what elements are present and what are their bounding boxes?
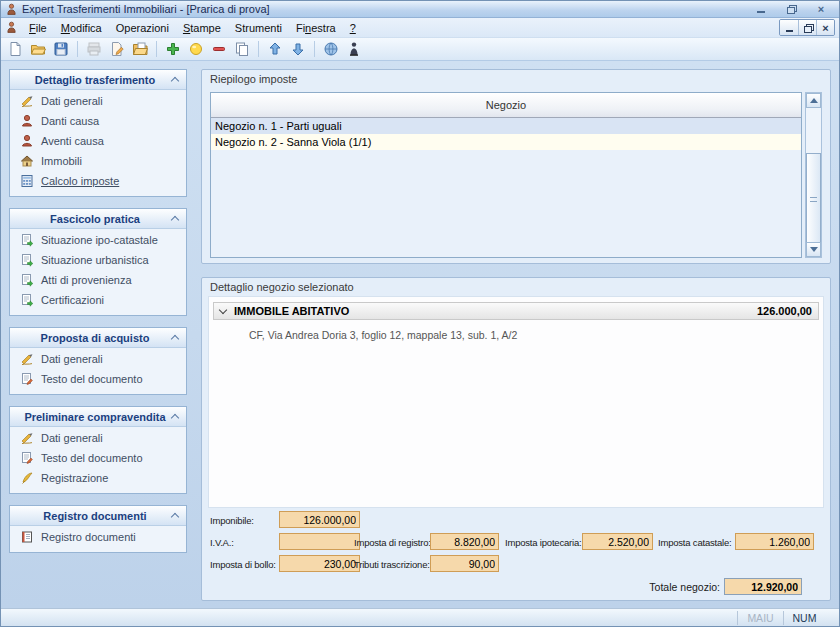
modify-button[interactable] [186,39,206,59]
panel-header-registro-documenti[interactable]: Registro documenti [10,506,186,526]
sidebar-item-certificazioni[interactable]: Certificazioni [10,291,186,309]
sidebar-item-dati-generali[interactable]: Dati generali [10,92,186,110]
triangle-down-icon [810,247,818,252]
minimize-button[interactable] [753,3,769,15]
menu-modifica[interactable]: Modifica [54,20,109,36]
group-label-riepilogo: Riepilogo imposte [210,73,297,85]
mdi-restore-button[interactable] [798,20,816,35]
close-icon: × [818,4,824,14]
open-folder-button[interactable] [28,39,48,59]
sidebar-item-preliminare-testo-documento[interactable]: Testo del documento [10,449,186,467]
imposta-registro-field[interactable] [430,533,499,550]
immobile-title: IMMOBILE ABITATIVO [234,305,349,317]
imposta-catastale-field[interactable] [735,533,814,550]
restore-icon [804,24,812,32]
folder-document-button[interactable] [130,39,150,59]
totale-negozio-field[interactable] [724,578,802,595]
move-up-button[interactable] [265,39,285,59]
chevron-up-icon [171,414,179,422]
sidebar: Dettaglio trasferimento Dati generali Da… [9,69,187,564]
pen-icon [20,94,34,108]
imposta-ipotecaria-label: Imposta ipotecaria: [505,534,581,551]
menu-operazioni[interactable]: Operazioni [109,20,176,36]
panel-preliminare-compravendita: Preliminare compravendita Dati generali … [9,406,187,494]
imponibile-label: Imponibile: [210,512,254,529]
panel-header-proposta-di-acquisto[interactable]: Proposta di acquisto [10,328,186,348]
sidebar-item-registro-documenti[interactable]: Registro documenti [10,528,186,546]
status-main-segment [1,611,737,625]
close-button[interactable]: × [813,3,829,15]
print-icon [86,41,102,57]
sidebar-item-danti-causa[interactable]: Danti causa [10,112,186,130]
scroll-down-button[interactable] [806,242,821,257]
new-document-button[interactable] [5,39,25,59]
sidebar-item-preliminare-dati-generali[interactable]: Dati generali [10,429,186,447]
status-bar: MAIU NUM [1,608,839,626]
panel-header-dettaglio-trasferimento[interactable]: Dettaglio trasferimento [10,70,186,90]
table-row[interactable]: Negozio n. 1 - Parti uguali [211,118,801,134]
riepilogo-imposte-group: Riepilogo imposte Negozio Negozio n. 1 -… [201,69,831,264]
modify-icon [188,41,204,57]
mdi-close-button[interactable]: × [816,20,834,35]
menu-stampe[interactable]: Stampe [176,20,228,36]
imponibile-field[interactable] [279,511,360,528]
copy-button[interactable] [232,39,252,59]
menu-strumenti[interactable]: Strumenti [228,20,289,36]
totale-negozio-label: Totale negozio: [622,579,720,596]
immobile-amount: 126.000,00 [757,305,812,317]
toolbar-separator [314,41,315,57]
exit-button[interactable] [344,39,364,59]
panel-header-preliminare-compravendita[interactable]: Preliminare compravendita [10,407,186,427]
chevron-down-icon [219,305,227,313]
menu-file[interactable]: File [22,20,54,36]
menu-help[interactable]: ? [343,20,363,36]
sidebar-item-proposta-dati-generali[interactable]: Dati generali [10,350,186,368]
quill-icon [20,471,34,485]
iva-field[interactable] [279,533,360,550]
move-down-button[interactable] [288,39,308,59]
sidebar-item-registrazione[interactable]: Registrazione [10,469,186,487]
restore-button[interactable] [783,3,799,15]
print-button[interactable] [84,39,104,59]
tributi-trascrizione-field[interactable] [430,555,499,572]
immobile-description: CF, Via Andrea Doria 3, foglio 12, mappa… [249,329,517,341]
imposta-bollo-field[interactable] [279,555,360,572]
panel-header-fascicolo-pratica[interactable]: Fascicolo pratica [10,209,186,229]
immobile-row[interactable]: IMMOBILE ABITATIVO 126.000,00 [213,302,819,320]
delete-button[interactable] [209,39,229,59]
sidebar-item-situazione-ipo-catastale[interactable]: Situazione ipo-catastale [10,231,186,249]
chevron-up-icon [171,335,179,343]
app-icon [5,3,18,16]
edit-document-button[interactable] [107,39,127,59]
sidebar-item-immobili[interactable]: Immobili [10,152,186,170]
scroll-up-button[interactable] [806,93,821,108]
table-row[interactable]: Negozio n. 2 - Sanna Viola (1/1) [211,134,801,150]
calculator-icon [20,174,34,188]
sidebar-item-proposta-testo-documento[interactable]: Testo del documento [10,370,186,388]
triangle-up-icon [810,98,818,103]
sidebar-item-calcolo-imposte[interactable]: Calcolo imposte [10,172,186,190]
sidebar-item-situazione-urbanistica[interactable]: Situazione urbanistica [10,251,186,269]
mdi-window-controls: × [779,19,835,36]
sidebar-item-atti-di-provenienza[interactable]: Atti di provenienza [10,271,186,289]
table-scrollbar[interactable] [805,92,822,258]
help-button[interactable] [321,39,341,59]
save-button[interactable] [51,39,71,59]
menu-finestra[interactable]: Finestra [289,20,343,36]
edit-document-icon [109,41,125,57]
new-document-icon [7,41,23,57]
toolbar-separator [156,41,157,57]
house-icon [20,154,34,168]
mdi-minimize-button[interactable] [780,20,798,35]
move-up-icon [267,41,283,57]
negozio-column-header[interactable]: Negozio [211,93,801,118]
add-button[interactable] [163,39,183,59]
toolbar-separator [77,41,78,57]
sidebar-item-aventi-causa[interactable]: Aventi causa [10,132,186,150]
group-label-dettaglio: Dettaglio negozio selezionato [210,281,354,293]
imposta-catastale-label: Imposta catastale: [658,534,732,551]
panel-dettaglio-trasferimento: Dettaglio trasferimento Dati generali Da… [9,69,187,197]
scrollbar-thumb[interactable] [806,153,821,245]
grip-icon [810,197,817,202]
imposta-ipotecaria-field[interactable] [582,533,653,550]
